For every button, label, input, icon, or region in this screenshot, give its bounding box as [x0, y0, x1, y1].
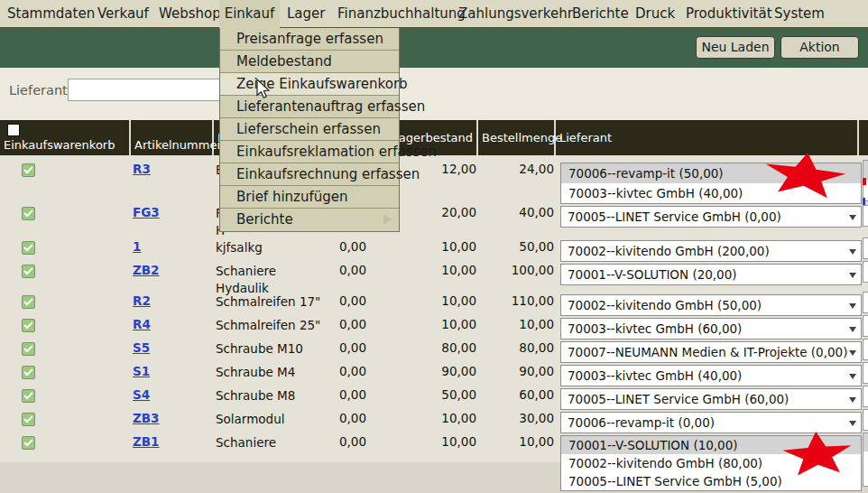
table-body: R3 E 12,00 24,00 70006--revamp-it (50,00…: [0, 155, 868, 488]
menge-cell: 80,00: [478, 338, 556, 363]
row-checkbox-checked[interactable]: [22, 342, 35, 356]
bestand-cell: 10,00: [368, 237, 478, 262]
chevron-down-icon: [849, 397, 856, 403]
preis-cell: 0,00: [332, 361, 368, 386]
article-link[interactable]: ZB3: [133, 411, 159, 425]
article-link[interactable]: ZB1: [133, 434, 159, 449]
article-link[interactable]: R4: [133, 317, 151, 331]
menubar-item-produktivitaet[interactable]: Produktivität: [686, 0, 772, 28]
row-checkbox-checked[interactable]: [22, 366, 35, 379]
clipped-widget-sliver: [863, 237, 868, 259]
einkauf-dropdown-menu: Preisanfrage erfassen Meldebestand Zeige…: [219, 28, 400, 232]
clipped-widget-sliver: [863, 362, 868, 384]
menu-item-einkaufsreklamation-erfassen[interactable]: Einkaufsreklamation erfassen: [220, 141, 399, 163]
lieferant-select[interactable]: 70001--V-SOLUTION (20,00): [560, 264, 862, 285]
lieferant-select[interactable]: 70002--kivitendo GmbH (200,00): [560, 240, 862, 262]
menu-item-zeige-einkaufswarenkorb[interactable]: Zeige Einkaufswarenkorb: [220, 73, 399, 96]
menubar-item-system[interactable]: System: [774, 0, 825, 28]
article-link[interactable]: R2: [133, 293, 151, 308]
article-link[interactable]: S4: [133, 387, 150, 402]
select-all-checkbox[interactable]: [7, 124, 20, 136]
article-description: Schraube M8: [214, 385, 332, 410]
bestand-cell: 10,00: [368, 408, 478, 433]
clipped-red-mark: [863, 178, 866, 185]
menubar-item-druck[interactable]: Druck: [635, 0, 675, 28]
bestand-cell: 90,00: [368, 361, 478, 386]
mouse-cursor-icon: [256, 79, 272, 100]
article-link[interactable]: 1: [133, 239, 141, 254]
article-link[interactable]: S1: [133, 364, 150, 378]
menubar-item-berichte[interactable]: Berichte: [572, 0, 629, 28]
preis-cell: 0,00: [332, 408, 368, 433]
menge-cell: 10,00: [478, 314, 556, 340]
table-row-r2: R2 Schmalreifen 17" 0,00 10,00 110,00 70…: [0, 291, 868, 314]
chevron-down-icon: [849, 421, 856, 426]
table-row-zb2: ZB2 Schaniere Hydaulik 0,00 10,00 100,00…: [0, 260, 868, 291]
menubar-item-lager[interactable]: Lager: [287, 0, 325, 28]
row-checkbox-checked[interactable]: [22, 265, 35, 278]
app-window: Stammdaten Verkauf Webshop Einkauf Lager…: [0, 0, 868, 493]
clipped-widget-sliver: [863, 205, 868, 227]
menubar: Stammdaten Verkauf Webshop Einkauf Lager…: [0, 0, 868, 28]
menubar-item-verkauf[interactable]: Verkauf: [97, 0, 149, 28]
menu-item-meldebestand[interactable]: Meldebestand: [220, 51, 399, 73]
preis-cell: 0,00: [332, 385, 368, 410]
menubar-item-finanzbuchhaltung[interactable]: Finanzbuchhaltung: [337, 0, 466, 28]
menge-cell: 24,00: [478, 159, 556, 204]
aktion-button[interactable]: Aktion: [780, 36, 859, 59]
preis-cell: 0,00: [332, 432, 368, 491]
article-description: Schmalreifen 25": [214, 314, 332, 340]
lieferant-select[interactable]: 70002--kivitendo GmbH (50,00): [560, 294, 862, 316]
menge-cell: 30,00: [478, 408, 556, 433]
menubar-item-zahlungsverkehr[interactable]: Zahlungsverkehr: [458, 0, 573, 28]
lieferant-filter-input[interactable]: [68, 79, 230, 101]
table-row-1: 1 kjfsalkg 0,00 10,00 50,00 70002--kivit…: [0, 237, 868, 260]
article-link[interactable]: ZB2: [133, 263, 159, 277]
filter-row: Lieferant:: [0, 68, 868, 120]
table-row-r3: R3 E 12,00 24,00 70006--revamp-it (50,00…: [0, 159, 868, 202]
menu-item-brief-hinzufuegen[interactable]: Brief hinzufügen: [220, 186, 399, 209]
menu-item-lieferantenauftrag-erfassen[interactable]: Lieferantenauftrag erfassen: [220, 96, 399, 118]
table-row-zb3: ZB3 Solarmodul 0,00 10,00 30,00 70006--r…: [0, 408, 868, 432]
lieferant-select[interactable]: 70007--NEUMANN Medien & IT-Projekte (0,0…: [560, 341, 862, 363]
menu-item-einkaufsrechnung-erfassen[interactable]: Einkaufsrechnung erfassen: [220, 163, 399, 186]
row-checkbox-checked[interactable]: [22, 163, 35, 177]
article-description: kjfsalkg: [214, 237, 332, 262]
menge-cell: 60,00: [478, 385, 556, 410]
row-checkbox-checked[interactable]: [22, 295, 35, 309]
chevron-down-icon: [849, 273, 856, 278]
menubar-item-webshop[interactable]: Webshop: [159, 0, 221, 28]
menu-item-preisanfrage-erfassen[interactable]: Preisanfrage erfassen: [220, 28, 399, 51]
clipped-widget-sliver: [863, 339, 868, 360]
lieferant-select[interactable]: 70005--LINET Service GmbH (60,00): [560, 388, 862, 410]
article-link[interactable]: R3: [133, 162, 151, 176]
row-checkbox-checked[interactable]: [22, 319, 35, 332]
lieferant-select[interactable]: 70003--kivtec GmbH (40,00): [560, 365, 862, 386]
bestand-cell: 10,00: [368, 432, 478, 491]
clipped-widget-sliver: [863, 433, 868, 487]
chevron-down-icon: [849, 327, 856, 332]
menu-item-lieferschein-erfassen[interactable]: Lieferschein erfassen: [220, 118, 399, 141]
menu-item-berichte-submenu[interactable]: Berichte: [220, 209, 399, 231]
neu-laden-button[interactable]: Neu Laden: [696, 36, 775, 59]
row-checkbox-checked[interactable]: [22, 207, 35, 220]
article-link[interactable]: FG3: [133, 205, 160, 219]
menubar-item-stammdaten[interactable]: Stammdaten: [7, 0, 95, 28]
article-link[interactable]: S5: [133, 340, 150, 355]
menubar-item-einkauf[interactable]: Einkauf: [219, 0, 280, 28]
row-checkbox-checked[interactable]: [22, 436, 35, 450]
row-checkbox-checked[interactable]: [22, 241, 35, 255]
chevron-down-icon: [849, 350, 856, 356]
lieferant-select[interactable]: 70003--kivtec GmbH (60,00): [560, 318, 862, 340]
lieferant-select[interactable]: 70005--LINET Service GmbH (0,00): [560, 206, 862, 228]
row-checkbox-checked[interactable]: [22, 389, 35, 403]
table-row-zb1: ZB1 Schaniere 0,00 10,00 10,00 70001--V-…: [0, 432, 868, 488]
clipped-blue-mark: [863, 198, 865, 205]
chevron-down-icon: [849, 215, 856, 220]
menge-cell: 40,00: [478, 202, 556, 239]
article-description: Schmalreifen 17": [214, 291, 332, 316]
row-checkbox-checked[interactable]: [22, 413, 35, 426]
menge-cell: 90,00: [478, 361, 556, 386]
article-description: Schraube M4: [214, 361, 332, 386]
article-description: Solarmodul: [214, 408, 332, 433]
